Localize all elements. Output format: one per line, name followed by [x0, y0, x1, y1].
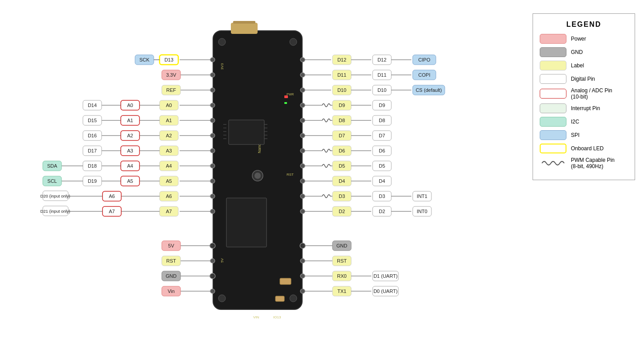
main-container: Nano Flip V2.0 Designed by PTSolns PTSol…	[0, 0, 644, 342]
legend-label-onboard-led: Onboard LED	[571, 145, 603, 152]
svg-text:A7: A7	[166, 209, 172, 214]
svg-text:A5: A5	[127, 178, 133, 184]
svg-text:D4: D4	[338, 178, 345, 184]
svg-point-5	[218, 295, 226, 302]
legend-box-onboard-led	[540, 144, 566, 153]
legend-item-digital: Digital Pin	[540, 74, 628, 84]
svg-rect-2	[233, 21, 255, 24]
svg-text:A4: A4	[166, 163, 172, 169]
svg-text:INT1: INT1	[417, 194, 427, 199]
legend-box-power	[540, 34, 566, 44]
svg-text:D18: D18	[87, 163, 96, 169]
svg-text:D20 (input only): D20 (input only)	[40, 194, 70, 198]
svg-text:D2: D2	[378, 209, 385, 214]
svg-text:CS (default): CS (default)	[415, 87, 442, 93]
svg-text:D17: D17	[87, 148, 96, 153]
legend-box-i2c	[540, 117, 566, 127]
legend-label-analog: Analog / ADC Pin(10-bit)	[571, 87, 612, 100]
svg-text:TX1: TX1	[337, 288, 346, 294]
legend-label-power: Power	[571, 36, 586, 42]
legend-label-spi: SPI	[571, 132, 579, 138]
svg-point-6	[290, 295, 297, 302]
svg-text:D14: D14	[87, 103, 96, 108]
svg-text:D4: D4	[378, 178, 385, 184]
svg-text:D6: D6	[338, 148, 345, 153]
legend-label-label: Label	[571, 62, 584, 69]
legend-item-spi: SPI	[540, 130, 628, 140]
svg-text:D8: D8	[378, 118, 385, 123]
svg-text:D12: D12	[377, 57, 386, 62]
legend-box-analog	[540, 89, 566, 99]
svg-rect-31	[284, 95, 288, 98]
svg-text:D7: D7	[338, 133, 345, 138]
svg-text:A1: A1	[166, 118, 172, 123]
svg-text:SCK: SCK	[139, 57, 149, 62]
svg-text:5V: 5V	[220, 258, 224, 262]
svg-text:INT0: INT0	[417, 209, 427, 214]
svg-text:5V: 5V	[168, 243, 174, 248]
legend-item-label: Label	[540, 61, 628, 70]
svg-text:D11: D11	[377, 72, 386, 78]
svg-text:REF: REF	[166, 87, 176, 93]
svg-text:D9: D9	[338, 103, 345, 108]
svg-text:D13: D13	[164, 57, 173, 62]
svg-text:Vin: Vin	[168, 288, 175, 294]
svg-text:D21 (input only): D21 (input only)	[40, 209, 70, 214]
legend-label-i2c: I2C	[571, 119, 579, 125]
svg-text:RST: RST	[166, 258, 176, 264]
svg-text:RX0: RX0	[337, 273, 346, 279]
svg-text:D2: D2	[338, 209, 345, 214]
svg-text:A6: A6	[109, 194, 115, 199]
svg-text:D5: D5	[378, 163, 385, 169]
svg-text:D3: D3	[378, 194, 385, 199]
svg-text:RST: RST	[287, 173, 294, 177]
legend-label-interrupt: Interrupt Pin	[571, 105, 600, 111]
svg-text:A5: A5	[166, 178, 172, 184]
svg-text:D10: D10	[377, 87, 386, 93]
legend-box-digital	[540, 74, 566, 84]
svg-text:D19: D19	[87, 178, 96, 184]
svg-text:A2: A2	[127, 133, 133, 138]
svg-text:D9: D9	[378, 103, 385, 108]
svg-text:D6: D6	[378, 148, 385, 153]
svg-text:D7: D7	[378, 133, 385, 138]
svg-text:D10: D10	[337, 87, 346, 93]
svg-text:RST: RST	[337, 258, 347, 264]
legend-item-power: Power	[540, 34, 628, 44]
svg-text:D8: D8	[338, 118, 345, 123]
svg-rect-17	[226, 198, 267, 247]
svg-rect-1	[231, 23, 258, 34]
legend-box-gnd	[540, 47, 566, 57]
svg-text:A3: A3	[127, 148, 133, 153]
diagram-area: Nano Flip V2.0 Designed by PTSolns PTSol…	[0, 0, 533, 342]
legend-item-gnd: GND	[540, 47, 628, 57]
svg-text:COPI: COPI	[418, 72, 430, 78]
svg-rect-32	[284, 102, 287, 104]
svg-text:D3: D3	[338, 194, 345, 199]
svg-text:GND: GND	[336, 243, 347, 248]
svg-text:D15: D15	[87, 118, 96, 123]
svg-text:A0: A0	[127, 103, 133, 108]
svg-text:D0 (UART): D0 (UART)	[373, 288, 397, 294]
svg-point-3	[218, 38, 226, 45]
legend-item-analog: Analog / ADC Pin(10-bit)	[540, 87, 628, 100]
svg-rect-33	[275, 296, 284, 301]
svg-text:A6: A6	[166, 194, 172, 199]
svg-text:D1 (UART): D1 (UART)	[373, 273, 397, 279]
legend-label-digital: Digital Pin	[571, 76, 595, 82]
legend-item-i2c: I2C	[540, 117, 628, 127]
svg-point-29	[254, 173, 261, 179]
svg-text:A0: A0	[166, 103, 172, 108]
svg-rect-16	[229, 120, 264, 144]
svg-text:SCL: SCL	[47, 178, 57, 184]
svg-text:VIN: VIN	[253, 315, 259, 319]
legend-box-spi	[540, 130, 566, 140]
svg-text:GND: GND	[165, 273, 176, 279]
legend-item-pwm: PWM Capable Pin(8-bit, 490Hz)	[540, 157, 628, 169]
svg-text:3.3V: 3.3V	[166, 72, 176, 78]
svg-text:D5: D5	[338, 163, 345, 169]
svg-text:A4: A4	[127, 163, 133, 169]
legend: LEGEND Power GND Label Digital Pin Analo…	[533, 13, 635, 180]
svg-text:A7: A7	[109, 209, 115, 214]
legend-box-label	[540, 61, 566, 70]
